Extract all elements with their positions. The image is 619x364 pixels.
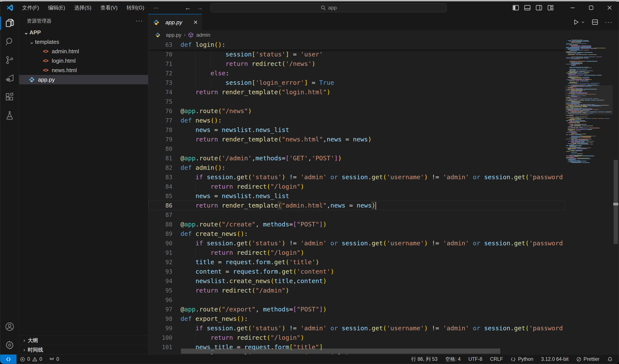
code-line[interactable]: 99 if session.get('status') != 'admin' o… [148,323,565,333]
vertical-scrollbar[interactable] [613,40,619,354]
horizontal-scrollbar-thumb[interactable] [181,349,500,354]
split-editor-icon[interactable] [591,19,598,26]
explorer-more-actions-icon[interactable]: ··· [136,17,143,24]
cursor-position-status[interactable]: 行 86, 列 53 [407,355,441,364]
back-arrow-icon[interactable]: ← [182,4,194,11]
formatter-status[interactable]: Prettier [572,355,603,364]
code-line[interactable]: 100 return redirect("/login") [148,333,565,342]
activity-testing-icon[interactable] [0,106,19,125]
code-line[interactable]: 76@app.route("/news") [148,106,565,116]
activity-extensions-icon[interactable] [0,88,19,106]
menu-overflow[interactable]: ··· [149,3,162,13]
line-number[interactable]: 76 [148,108,181,114]
line-number[interactable]: 89 [148,230,181,237]
remote-indicator[interactable] [0,355,16,364]
line-number[interactable]: 92 [148,259,181,266]
notifications-bell[interactable] [603,355,617,364]
line-number[interactable]: 82 [148,164,181,171]
code-line[interactable]: 90 if session.get('status') != 'admin' o… [148,238,565,248]
tree-root-app[interactable]: ⌄ APP [19,28,148,37]
line-number[interactable]: 91 [148,249,181,256]
line-number[interactable]: 77 [148,117,181,124]
code-line[interactable]: 79 return render_template("news.html",ne… [148,135,565,144]
sticky-code-line[interactable]: 63def login(): [148,40,225,49]
indentation-status[interactable]: 空格: 4 [441,355,465,364]
problems-status[interactable]: 0 0 [16,355,46,364]
eol-status[interactable]: CRLF [486,355,507,364]
line-number[interactable]: 84 [148,183,181,190]
code-line[interactable]: 78 news = newslist.news_list [148,125,565,135]
sticky-scroll-line[interactable]: 63def login(): [148,40,565,50]
line-number[interactable]: 75 [148,98,181,105]
settings-gear-icon[interactable] [0,336,19,354]
line-number[interactable]: 97 [148,306,181,313]
code-line[interactable]: 71 return redirect('/news') [148,59,565,69]
code-line[interactable]: 80 [148,144,565,154]
maximize-button[interactable] [582,1,600,14]
menu-view[interactable]: 查看(V) [97,2,122,13]
close-button[interactable] [600,1,619,14]
toggle-sidebar-icon[interactable] [511,3,520,12]
code-line[interactable]: 81@app.route('/admin',methods=['GET','PO… [148,154,565,163]
line-number[interactable]: 99 [148,325,181,332]
line-number[interactable]: 72 [148,70,181,77]
code-line[interactable]: 75 [148,97,565,106]
code-line[interactable]: 70 session['status'] = 'user' [148,50,565,59]
code-line[interactable]: 98def export_news(): [148,314,565,323]
line-number[interactable]: 80 [148,145,181,152]
line-number[interactable]: 100 [148,334,181,341]
line-number[interactable]: 74 [148,89,181,96]
code-line[interactable]: 88@app.route("/create", methods=["POST"]… [148,220,565,229]
line-number[interactable]: 87 [148,212,181,218]
tree-file-admin-html[interactable]: <> admin.html [19,47,148,56]
code-line[interactable]: 85 news = newslist.news_list [148,191,565,201]
encoding-status[interactable]: UTF-8 [464,355,486,364]
code-line[interactable]: 91 return redirect("/login") [148,248,565,257]
menu-file[interactable]: 文件(F) [18,2,43,13]
code-line[interactable]: 87 [148,210,565,220]
menu-edit[interactable]: 编辑(E) [44,2,69,13]
line-number[interactable]: 86 [148,202,181,209]
customize-layout-icon[interactable] [546,3,555,12]
line-number[interactable]: 88 [148,221,181,228]
activity-source-control-icon[interactable] [0,51,19,69]
line-number[interactable]: 71 [148,60,181,67]
code-line[interactable]: 72 else: [148,69,565,78]
activity-run-debug-icon[interactable] [0,69,19,88]
language-mode-status[interactable]: Python [507,355,537,364]
horizontal-scrollbar[interactable] [148,348,565,354]
tab-app-py[interactable]: app.py ✕ [148,14,202,30]
breadcrumb-symbol[interactable]: admin [196,32,210,38]
timeline-section[interactable]: › 时间线 [19,345,148,354]
code-line[interactable]: 77def news(): [148,116,565,125]
run-python-button[interactable] [573,19,585,26]
minimize-button[interactable] [563,1,582,14]
tree-file-news-html[interactable]: <> news.html [19,66,148,75]
line-number[interactable]: 94 [148,278,181,284]
minimap-slider[interactable] [565,85,613,115]
code-line[interactable]: 92 title = request.form.get('title') [148,257,565,267]
menu-goto[interactable]: 转到(G) [123,2,148,13]
tree-file-login-html[interactable]: <> login.html [19,56,148,66]
code-line[interactable]: 84 return redirect("/login") [148,182,565,191]
code-line[interactable]: 97@app.route("/export", methods=["POST"]… [148,305,565,314]
line-number[interactable]: 70 [148,51,181,58]
code-line[interactable]: 95 return redirect("/admin") [148,286,565,295]
account-icon[interactable] [0,317,19,336]
outline-section[interactable]: › 大纲 [19,336,148,345]
line-number[interactable]: 85 [148,193,181,199]
line-number[interactable]: 90 [148,240,181,247]
ports-status[interactable]: 0 [46,355,63,364]
forward-arrow-icon[interactable]: → [194,4,206,11]
code-line[interactable]: 94 newslist.create_news(title,content) [148,276,565,286]
menu-selection[interactable]: 选择(S) [70,2,95,13]
code-line[interactable]: 89def create_news(): [148,229,565,238]
line-number[interactable]: 83 [148,174,181,181]
code-line[interactable]: 82def admin(): [148,163,565,172]
line-number[interactable]: 81 [148,155,181,162]
python-interpreter-status[interactable]: 3.12.0 64-bit [537,355,572,364]
line-number[interactable]: 73 [148,79,181,86]
code-line[interactable]: 73 session['login_error'] = True [148,78,565,87]
tree-file-app-py[interactable]: app.py [19,75,148,84]
line-number[interactable]: 63 [148,42,181,48]
